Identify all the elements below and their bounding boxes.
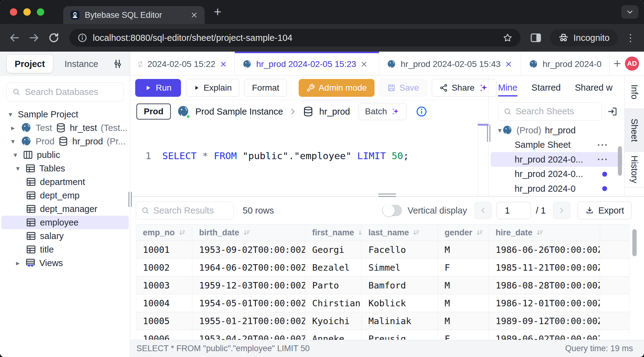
sheet-item-unsaved-2[interactable]: hr_prod 2024-0 bbox=[491, 181, 622, 196]
caret-right-icon[interactable]: ▸ bbox=[9, 124, 17, 132]
cell-last-name[interactable]: Preusig bbox=[362, 330, 438, 340]
sidebar-resize-handle[interactable] bbox=[128, 192, 132, 207]
tab-sheet-active[interactable]: Sheet bbox=[625, 109, 644, 152]
search-sheets-input[interactable]: Search Sheets bbox=[498, 102, 602, 121]
tree-item-table-salary[interactable]: salary bbox=[0, 229, 130, 243]
instance-name[interactable]: Prod Sample Instance bbox=[195, 107, 283, 117]
sheet-more-button[interactable]: ··· bbox=[597, 154, 608, 165]
new-tab-button[interactable]: + bbox=[214, 6, 222, 18]
sheet-item-selected[interactable]: hr_prod 2024-0... ··· bbox=[491, 152, 622, 167]
cell-first-name[interactable]: Kyoichi bbox=[305, 312, 362, 330]
tree-item-table-employee-selected[interactable]: employee bbox=[1, 216, 129, 229]
format-button[interactable]: Format bbox=[244, 79, 287, 97]
info-circle-icon[interactable] bbox=[416, 106, 427, 117]
cell-emp-no[interactable]: 10002 bbox=[136, 259, 192, 276]
cell-birth-date[interactable]: 1954-05-01T00:00:00Z bbox=[192, 294, 305, 312]
caret-down-icon[interactable]: ▾ bbox=[12, 151, 19, 159]
tab-instance[interactable]: Instance bbox=[65, 59, 98, 69]
search-results-input[interactable]: Search Results bbox=[136, 202, 234, 219]
sheet-more-button[interactable]: ··· bbox=[597, 140, 608, 150]
cell-last-name[interactable]: Simmel bbox=[362, 259, 438, 276]
tree-item-schema-public[interactable]: ▾ public bbox=[0, 148, 130, 162]
url-text[interactable]: localhost:8080/sql-editor/sheet/project-… bbox=[93, 33, 497, 43]
cell-emp-no[interactable]: 10003 bbox=[136, 277, 192, 294]
sql-code-editor[interactable]: 1 SELECT * FROM "public"."employee" LIMI… bbox=[130, 123, 489, 196]
cell-birth-date[interactable]: 1955-01-21T00:00:00Z bbox=[192, 312, 305, 330]
cell-hire-date[interactable]: 1986-06-26T00:00:00Z bbox=[489, 241, 600, 258]
save-button[interactable]: Save bbox=[379, 79, 427, 97]
column-header-last-name[interactable]: last_name bbox=[362, 225, 438, 241]
table-row-4[interactable]: 10004 1954-05-01T00:00:00Z Chirstian Kob… bbox=[136, 294, 629, 312]
browser-menu-button[interactable]: ⋮ bbox=[626, 32, 635, 44]
ai-sparkles-icon[interactable] bbox=[478, 83, 489, 93]
tab-history[interactable]: History bbox=[625, 152, 644, 187]
cell-emp-no[interactable]: 10001 bbox=[136, 241, 192, 258]
cell-last-name[interactable]: Bamford bbox=[362, 277, 438, 294]
tab-info[interactable]: Info bbox=[625, 76, 644, 109]
sort-icon[interactable] bbox=[358, 229, 362, 236]
tree-item-project[interactable]: ▾ Sample Project bbox=[0, 108, 130, 121]
cell-gender[interactable]: F bbox=[438, 259, 489, 276]
cell-gender[interactable]: F bbox=[438, 330, 489, 340]
cell-emp-no[interactable]: 10004 bbox=[136, 294, 192, 312]
admin-mode-button[interactable]: Admin mode bbox=[299, 79, 375, 97]
address-bar[interactable]: localhost:8080/sql-editor/sheet/project-… bbox=[69, 29, 520, 47]
sheet-group-hr-prod[interactable]: ▾ (Prod) hr_prod bbox=[491, 123, 622, 138]
batch-button[interactable]: Batch bbox=[359, 103, 406, 120]
cell-emp-no[interactable]: 10006 bbox=[136, 330, 192, 340]
vertical-display-toggle[interactable] bbox=[382, 205, 402, 216]
cell-hire-date[interactable]: 1989-06-02T00:00:00Z bbox=[489, 330, 600, 340]
page-number-input[interactable]: 1 bbox=[497, 202, 531, 219]
tree-item-prod-db[interactable]: ▾ Prod hr_prod (Pr... bbox=[0, 135, 130, 148]
cell-birth-date[interactable]: 1964-06-02T00:00:00Z bbox=[192, 259, 305, 276]
filter-settings-icon[interactable] bbox=[112, 58, 123, 69]
cell-last-name[interactable]: Koblick bbox=[362, 294, 438, 312]
next-page-button[interactable] bbox=[553, 202, 570, 219]
table-row-5[interactable]: 10005 1955-01-21T00:00:00Z Kyoichi Malin… bbox=[136, 312, 629, 330]
caret-down-icon[interactable]: ▾ bbox=[9, 137, 17, 146]
sheet-panel-scrollbar[interactable] bbox=[618, 146, 622, 176]
cell-first-name[interactable]: Bezalel bbox=[305, 259, 362, 276]
tree-item-table-dept-manager[interactable]: dept_manager bbox=[0, 202, 130, 216]
sort-icon[interactable] bbox=[243, 229, 250, 236]
tree-item-table-dept-emp[interactable]: dept_emp bbox=[0, 189, 130, 202]
sort-icon[interactable] bbox=[536, 229, 544, 236]
export-button[interactable]: Export bbox=[578, 202, 632, 219]
user-avatar[interactable]: AD bbox=[625, 57, 639, 71]
tab-mine[interactable]: Mine bbox=[498, 83, 517, 96]
database-name[interactable]: hr_prod bbox=[319, 107, 350, 117]
caret-right-icon[interactable]: ▸ bbox=[14, 259, 22, 267]
explain-button[interactable]: Explain bbox=[186, 79, 239, 97]
caret-down-icon[interactable]: ▾ bbox=[7, 110, 14, 119]
cell-last-name[interactable]: Maliniak bbox=[362, 312, 438, 330]
results-scrollbar[interactable] bbox=[632, 229, 637, 256]
worksheet-tab-4[interactable]: hr_prod 2024-0 bbox=[521, 52, 610, 75]
reload-button[interactable] bbox=[48, 32, 60, 44]
caret-down-icon[interactable]: ▾ bbox=[491, 126, 498, 135]
tab-starred[interactable]: Starred bbox=[532, 83, 561, 93]
cell-first-name[interactable]: Georgi bbox=[305, 241, 362, 258]
site-info-icon[interactable] bbox=[77, 33, 87, 43]
column-header-gender[interactable]: gender bbox=[438, 225, 489, 241]
column-header-emp-no[interactable]: emp_no bbox=[136, 225, 192, 241]
cell-birth-date[interactable]: 1953-04-20T00:00:00Z bbox=[192, 330, 305, 340]
cell-hire-date[interactable]: 1985-11-21T00:00:00Z bbox=[489, 259, 600, 276]
sort-icon[interactable] bbox=[179, 229, 186, 236]
tab-shared[interactable]: Shared w bbox=[575, 83, 613, 93]
panel-resize-handle[interactable] bbox=[487, 125, 490, 142]
tree-item-test-db[interactable]: ▸ Test hr_test (Test... bbox=[0, 121, 130, 135]
cell-gender[interactable]: M bbox=[438, 312, 489, 330]
cell-first-name[interactable]: Parto bbox=[305, 277, 362, 294]
cell-hire-date[interactable]: 1989-09-12T00:00:00Z bbox=[489, 312, 600, 330]
forward-button[interactable] bbox=[28, 32, 40, 44]
sort-icon[interactable] bbox=[476, 229, 483, 236]
tree-item-table-department[interactable]: department bbox=[0, 175, 130, 189]
zoom-window-button[interactable] bbox=[37, 8, 44, 16]
cell-gender[interactable]: M bbox=[438, 294, 489, 312]
tab-project[interactable]: Project bbox=[7, 55, 53, 73]
table-row-2[interactable]: 10002 1964-06-02T00:00:00Z Bezalel Simme… bbox=[136, 259, 629, 277]
sheet-item-unsaved-1[interactable]: hr_prod 2024-0... bbox=[491, 167, 622, 182]
tree-item-views-group[interactable]: ▸ Views bbox=[0, 256, 130, 270]
prev-page-button[interactable] bbox=[474, 202, 492, 219]
worksheet-tab-2-active[interactable]: hr_prod 2024-02-05 15:23 bbox=[235, 52, 379, 75]
